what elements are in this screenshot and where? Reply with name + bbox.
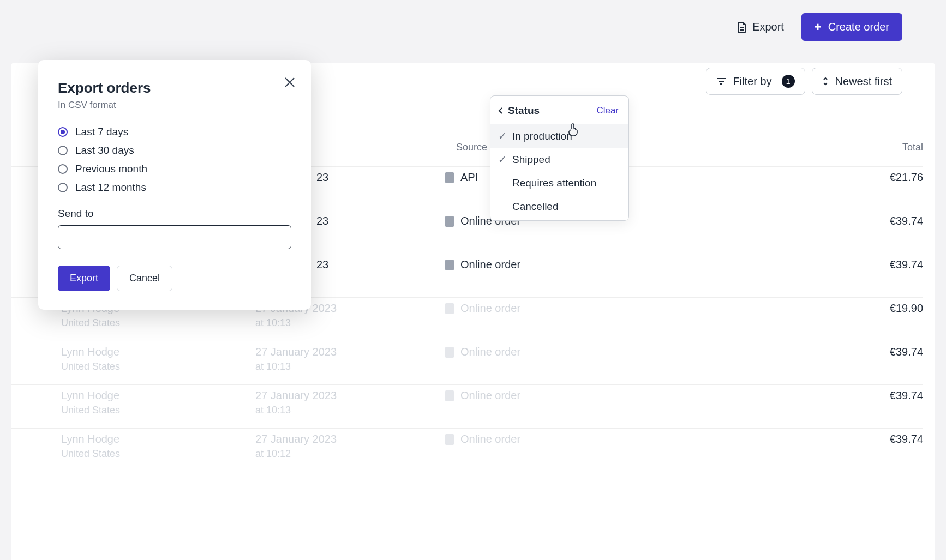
status-option-cancelled[interactable]: ✓ Cancelled [490,195,628,218]
order-total: €39.74 [890,346,923,358]
source-icon [445,303,454,314]
export-label: Export [752,21,784,33]
radio-last-7-days[interactable]: Last 7 days [58,126,291,138]
customer-name: Lynn Hodge [61,389,119,402]
order-total: €39.74 [890,433,923,445]
create-order-label: Create order [828,21,889,33]
table-row[interactable]: Lynn Hodge United States 27 January 2023… [11,384,923,428]
status-clear-link[interactable]: Clear [596,105,619,116]
order-source: Online order [445,433,520,445]
check-icon: ✓ [498,153,507,166]
order-total: €39.74 [890,258,923,271]
send-to-label: Send to [58,208,291,220]
order-time: at 10:12 [255,448,291,460]
date-range-radios: Last 7 days Last 30 days Previous month … [58,126,291,194]
order-total: €39.74 [890,389,923,402]
sort-button[interactable]: Newest first [812,68,902,95]
topbar: Export + Create order [737,13,902,41]
export-orders-modal: Export orders In CSV format Last 7 days … [38,60,311,310]
check-icon: ✓ [498,130,507,142]
order-date: 23 [316,215,328,227]
modal-subtitle: In CSV format [58,100,291,111]
order-date: 23 [316,258,328,271]
column-total: Total [902,142,923,153]
source-icon [445,216,454,227]
plus-icon: + [815,21,822,33]
customer-country: United States [61,361,120,372]
export-button[interactable]: Export [58,266,110,291]
radio-dot-icon [58,127,68,137]
order-total: €21.76 [890,171,923,184]
order-total: €19.90 [890,302,923,315]
close-button[interactable] [283,75,297,89]
table-row[interactable]: Lynn Hodge United States 27 January 2023… [11,428,923,472]
document-icon [737,21,747,33]
order-source: Online order [445,258,520,271]
order-time: at 10:13 [255,361,291,372]
modal-title: Export orders [58,80,291,97]
source-icon [445,172,454,183]
order-date: 23 [316,171,328,184]
customer-name: Lynn Hodge [61,346,119,358]
order-date: 27 January 2023 [255,433,337,445]
order-time: at 10:13 [255,405,291,416]
radio-dot-icon [58,183,68,192]
status-title: Status [508,105,540,117]
status-option-requires-attention[interactable]: ✓ Requires attention [490,171,628,195]
filter-sort-row: Filter by 1 Newest first [706,68,902,95]
source-icon [445,390,454,401]
modal-actions: Export Cancel [58,266,291,291]
radio-dot-icon [58,164,68,174]
export-link[interactable]: Export [737,21,784,33]
customer-name: Lynn Hodge [61,433,119,445]
radio-previous-month[interactable]: Previous month [58,163,291,175]
filter-icon [716,77,726,85]
chevron-left-icon [498,107,504,115]
filter-by-label: Filter by [733,75,771,88]
radio-last-30-days[interactable]: Last 30 days [58,144,291,156]
source-icon [445,260,454,270]
order-source: Online order [445,346,520,358]
column-source: Source [456,142,487,153]
order-time: at 10:13 [255,317,291,329]
status-option-in-production[interactable]: ✓ In production [490,124,628,148]
customer-country: United States [61,448,120,460]
order-date: 27 January 2023 [255,389,337,402]
filter-count-badge: 1 [782,75,795,88]
table-row[interactable]: Lynn Hodge United States 27 January 2023… [11,341,923,384]
radio-last-12-months[interactable]: Last 12 months [58,182,291,194]
order-source: Online order [445,302,520,315]
create-order-button[interactable]: + Create order [801,13,902,41]
filter-by-button[interactable]: Filter by 1 [706,68,805,95]
order-source: Online order [445,389,520,402]
source-icon [445,347,454,358]
customer-country: United States [61,405,120,416]
status-back-button[interactable]: Status [498,105,540,117]
customer-country: United States [61,317,120,329]
order-total: €39.74 [890,215,923,227]
sort-icon [822,76,829,86]
order-source: API [445,171,478,184]
cancel-button[interactable]: Cancel [117,266,172,291]
send-to-input[interactable] [58,225,291,249]
source-icon [445,434,454,445]
order-date: 27 January 2023 [255,346,337,358]
status-option-shipped[interactable]: ✓ Shipped [490,148,628,171]
status-filter-popup: Status Clear ✓ In production ✓ Shipped ✓… [490,95,629,221]
close-icon [283,75,297,89]
radio-dot-icon [58,146,68,155]
sort-label: Newest first [835,75,892,88]
